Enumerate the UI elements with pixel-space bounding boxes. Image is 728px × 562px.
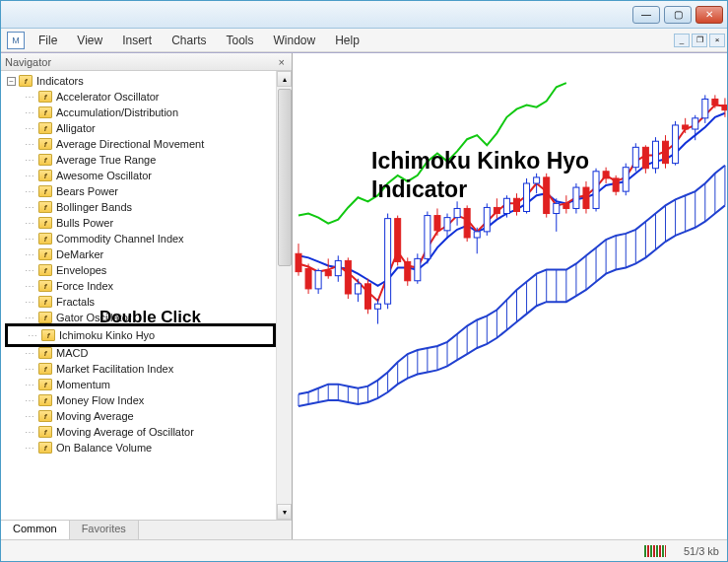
indicator-item[interactable]: ⋯fAccumulation/Distribution — [5, 105, 276, 120]
indicator-item[interactable]: ⋯fAverage Directional Movement — [5, 136, 276, 152]
indicator-icon: f — [38, 347, 52, 359]
menu-insert[interactable]: Insert — [112, 32, 162, 49]
svg-rect-81 — [474, 232, 480, 238]
indicator-item[interactable]: ⋯fOn Balance Volume — [5, 440, 276, 456]
chart-annotation-title: Ichimoku Kinko Hyo Indicator — [371, 147, 589, 204]
indicator-item[interactable]: ⋯fIchimoku Kinko Hyo — [8, 327, 273, 343]
scroll-thumb[interactable] — [278, 89, 292, 266]
statusbar: 51/3 kb — [1, 539, 727, 561]
indicator-item[interactable]: ⋯fBollinger Bands — [5, 199, 276, 215]
indicator-icon: f — [38, 217, 52, 229]
menu-tools[interactable]: Tools — [217, 32, 264, 49]
menubar: M File View Insert Charts Tools Window H… — [1, 29, 727, 52]
indicator-icon: f — [38, 442, 52, 454]
collapse-icon[interactable]: − — [7, 77, 16, 86]
svg-rect-99 — [563, 203, 569, 208]
scroll-up-button[interactable]: ▴ — [277, 71, 292, 87]
indicator-item[interactable]: ⋯fMoving Average — [5, 408, 276, 424]
indicator-label: Ichimoku Kinko Hyo — [59, 329, 155, 341]
indicator-icon: f — [38, 280, 52, 292]
close-button[interactable]: ✕ — [695, 6, 723, 24]
indicator-item[interactable]: ⋯fEnvelopes — [5, 262, 276, 278]
indicator-label: Envelopes — [56, 264, 106, 276]
indicator-icon: f — [41, 329, 55, 341]
indicator-item[interactable]: ⋯fMarket Facilitation Index — [5, 361, 276, 377]
tab-favorites[interactable]: Favorites — [70, 521, 139, 539]
svg-rect-53 — [335, 260, 341, 275]
svg-rect-127 — [702, 99, 708, 117]
titlebar: — ▢ ✕ — [1, 1, 727, 29]
tree-scrollbar[interactable]: ▴ ▾ — [276, 71, 292, 520]
svg-rect-69 — [415, 258, 421, 280]
maximize-button[interactable]: ▢ — [664, 6, 692, 24]
indicator-icon: f — [38, 363, 52, 375]
indicator-icon: f — [38, 296, 52, 308]
tree-root-indicators[interactable]: − f Indicators — [5, 73, 276, 89]
indicator-label: Average True Range — [56, 154, 156, 166]
indicator-label: Momentum — [56, 379, 110, 390]
indicator-label: Bulls Power — [56, 217, 113, 229]
svg-rect-115 — [642, 147, 648, 168]
indicator-label: Moving Average of Oscillator — [56, 426, 194, 438]
menu-view[interactable]: View — [67, 32, 112, 49]
indicator-item[interactable]: ⋯fDeMarker — [5, 246, 276, 262]
indicator-item[interactable]: ⋯fAccelerator Oscillator — [5, 89, 276, 105]
indicator-label: MACD — [56, 347, 88, 359]
svg-rect-119 — [663, 141, 669, 163]
svg-rect-45 — [296, 253, 301, 271]
indicator-icon: f — [38, 312, 52, 323]
indicator-icon: f — [38, 170, 52, 181]
minimize-button[interactable]: — — [632, 6, 660, 24]
indicator-item[interactable]: ⋯fAverage True Range — [5, 152, 276, 168]
indicator-item[interactable]: ⋯fBears Power — [5, 183, 276, 199]
tree-root-label: Indicators — [36, 75, 84, 87]
menu-charts[interactable]: Charts — [162, 32, 216, 49]
svg-rect-67 — [405, 261, 411, 280]
indicator-item[interactable]: ⋯fMoving Average of Oscillator — [5, 424, 276, 440]
indicator-label: Moving Average — [56, 410, 134, 422]
svg-rect-125 — [693, 118, 698, 129]
svg-rect-71 — [425, 216, 430, 259]
indicator-icon: f — [38, 201, 52, 213]
svg-rect-113 — [632, 147, 638, 167]
scroll-down-button[interactable]: ▾ — [277, 504, 292, 520]
indicator-tree[interactable]: − f Indicators ⋯fAccelerator Oscillator⋯… — [1, 71, 276, 520]
indicator-label: Alligator — [56, 122, 96, 134]
svg-rect-97 — [554, 203, 560, 213]
indicator-label: Accelerator Oscillator — [56, 91, 160, 103]
mdi-close-button[interactable]: × — [709, 34, 725, 47]
svg-rect-105 — [593, 172, 599, 209]
navigator-close-button[interactable]: × — [276, 56, 288, 68]
status-traffic: 51/3 kb — [684, 545, 719, 557]
menu-window[interactable]: Window — [264, 32, 326, 49]
indicator-label: Average Directional Movement — [56, 138, 204, 150]
svg-rect-51 — [325, 271, 331, 276]
indicator-label: Money Flow Index — [56, 394, 144, 406]
indicator-item[interactable]: ⋯fBulls Power — [5, 215, 276, 231]
double-click-annotation: Double Click — [99, 308, 201, 327]
indicator-item[interactable]: ⋯fMomentum — [5, 377, 276, 392]
connection-icon — [644, 545, 666, 557]
mdi-minimize-button[interactable]: _ — [674, 34, 690, 47]
app-window: — ▢ ✕ M File View Insert Charts Tools Wi… — [0, 0, 728, 562]
mdi-restore-button[interactable]: ❐ — [692, 34, 707, 47]
indicator-item[interactable]: ⋯fAlligator — [5, 120, 276, 136]
indicator-icon: f — [38, 248, 52, 260]
navigator-panel: Navigator × − f Indicators ⋯fAccelerator… — [1, 53, 293, 539]
svg-rect-57 — [355, 284, 361, 294]
indicator-item[interactable]: ⋯fMACD — [5, 345, 276, 361]
work-area: Navigator × − f Indicators ⋯fAccelerator… — [1, 52, 727, 539]
chart-area[interactable]: Ichimoku Kinko Hyo Indicator — [293, 53, 727, 539]
indicator-item[interactable]: ⋯fCommodity Channel Index — [5, 231, 276, 246]
menu-file[interactable]: File — [29, 32, 67, 49]
indicator-label: Fractals — [56, 296, 95, 308]
indicator-item[interactable]: ⋯fMoney Flow Index — [5, 392, 276, 408]
navigator-header: Navigator × — [1, 53, 292, 71]
menu-help[interactable]: Help — [325, 32, 369, 49]
svg-rect-79 — [464, 208, 470, 238]
svg-rect-85 — [494, 207, 499, 213]
indicator-item[interactable]: ⋯fForce Index — [5, 278, 276, 294]
indicator-item[interactable]: ⋯fAwesome Oscillator — [5, 168, 276, 183]
tab-common[interactable]: Common — [1, 521, 70, 539]
indicator-icon: f — [38, 233, 52, 245]
